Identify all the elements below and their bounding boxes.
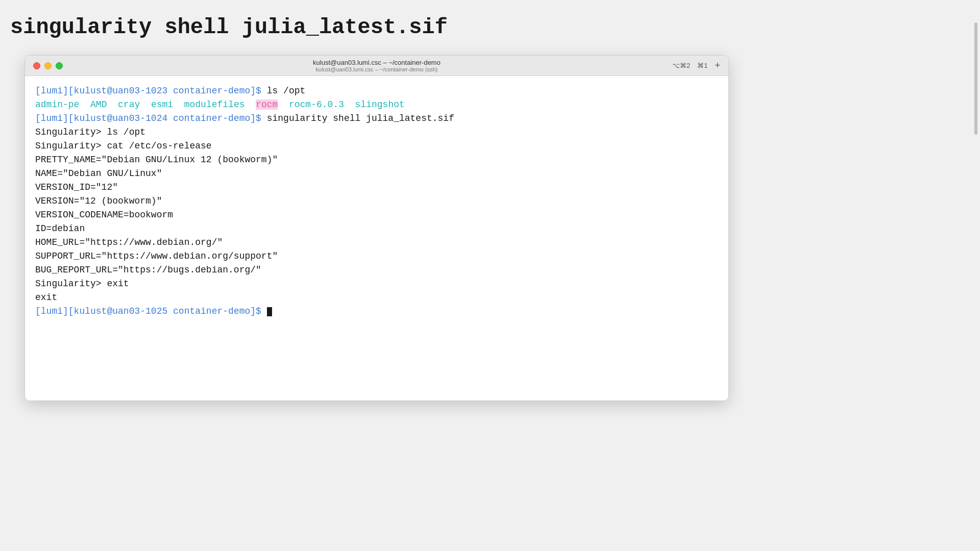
terminal-line-4: Singularity> ls /opt: [35, 126, 718, 139]
ls-amd: AMD: [90, 99, 107, 110]
terminal-line-2: admin-pe AMD cray esmi modulefiles rocm …: [35, 98, 718, 112]
ls-esmi: esmi: [151, 99, 173, 110]
terminal-line-5: Singularity> cat /etc/os-release: [35, 139, 718, 153]
terminal-line-16: exit: [35, 291, 718, 305]
terminal-line-9: VERSION="12 (bookworm)": [35, 194, 718, 208]
terminal-line-11: ID=debian: [35, 222, 718, 236]
window-title-main: kulust@uan03.lumi.csc – ~/container-demo: [313, 59, 440, 66]
terminal-line-12: HOME_URL="https://www.debian.org/": [35, 236, 718, 249]
title-bar: kulust@uan03.lumi.csc – ~/container-demo…: [25, 56, 728, 76]
ls-modulefiles: modulefiles: [184, 99, 245, 110]
ls-rocm-highlighted: rocm: [256, 99, 278, 110]
ls-rocm-version: rocm-6.0.3: [289, 99, 344, 110]
traffic-lights: [33, 62, 63, 69]
terminal-line-3: [lumi][kulust@uan03-1024 container-demo]…: [35, 112, 718, 126]
terminal-line-6: PRETTY_NAME="Debian GNU/Linux 12 (bookwo…: [35, 153, 718, 167]
page-title: singularity shell julia_latest.sif: [0, 0, 980, 55]
shortcut1: ⌥⌘2: [672, 62, 690, 69]
terminal-line-8: VERSION_ID="12": [35, 181, 718, 194]
ls-cray: cray: [118, 99, 140, 110]
terminal-window: kulust@uan03.lumi.csc – ~/container-demo…: [24, 55, 729, 401]
prompt-2: [lumi][kulust@uan03-1024 container-demo]…: [35, 113, 267, 123]
command-1: ls /opt: [267, 86, 306, 96]
page-wrapper: singularity shell julia_latest.sif kulus…: [0, 0, 980, 401]
window-title-sub: kulust@uan03.lumi.csc – ~/container-demo…: [313, 66, 440, 72]
close-button[interactable]: [33, 62, 40, 69]
title-bar-right: ⌥⌘2 ⌘1 +: [672, 60, 720, 71]
shortcut2: ⌘1: [697, 62, 707, 69]
terminal-line-1: [lumi][kulust@uan03-1023 container-demo]…: [35, 84, 718, 98]
new-tab-icon[interactable]: +: [715, 60, 720, 71]
terminal-line-17: [lumi][kulust@uan03-1025 container-demo]…: [35, 305, 718, 318]
title-bar-center: kulust@uan03.lumi.csc – ~/container-demo…: [313, 59, 440, 72]
maximize-button[interactable]: [56, 62, 63, 69]
terminal-line-14: BUG_REPORT_URL="https://bugs.debian.org/…: [35, 263, 718, 277]
terminal-cursor: [267, 307, 272, 316]
prompt-3: [lumi][kulust@uan03-1025 container-demo]…: [35, 306, 267, 316]
terminal-line-15: Singularity> exit: [35, 277, 718, 291]
terminal-line-7: NAME="Debian GNU/Linux": [35, 167, 718, 181]
command-2: singularity shell julia_latest.sif: [267, 113, 454, 123]
prompt-1: [lumi][kulust@uan03-1023 container-demo]…: [35, 86, 267, 96]
minimize-button[interactable]: [44, 62, 52, 69]
terminal-line-10: VERSION_CODENAME=bookworm: [35, 208, 718, 222]
ls-slingshot: slingshot: [355, 99, 405, 110]
terminal-line-13: SUPPORT_URL="https://www.debian.org/supp…: [35, 249, 718, 263]
terminal-body[interactable]: [lumi][kulust@uan03-1023 container-demo]…: [25, 76, 728, 400]
ls-admin-pe: admin-pe: [35, 99, 79, 110]
